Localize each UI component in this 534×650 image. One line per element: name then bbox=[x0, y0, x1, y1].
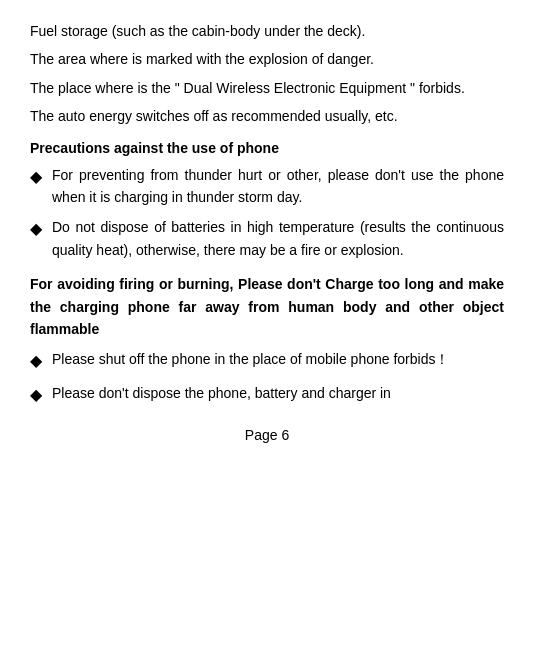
precaution-text-1: For preventing from thunder hurt or othe… bbox=[52, 164, 504, 209]
shutoff-text-2: Please don't dispose the phone, battery … bbox=[52, 382, 504, 404]
bullet-icon-2: ◆ bbox=[30, 216, 42, 242]
paragraph-3: The place where is the " Dual Wireless E… bbox=[30, 77, 504, 99]
paragraph-2: The area where is marked with the explos… bbox=[30, 48, 504, 70]
list-item: ◆ Please don't dispose the phone, batter… bbox=[30, 382, 504, 408]
list-item: ◆ For preventing from thunder hurt or ot… bbox=[30, 164, 504, 209]
shutoff-list: ◆ Please shut off the phone in the place… bbox=[30, 348, 504, 407]
shutoff-text-1: Please shut off the phone in the place o… bbox=[52, 348, 504, 370]
list-item: ◆ Do not dispose of batteries in high te… bbox=[30, 216, 504, 261]
paragraph-1: Fuel storage (such as the cabin-body und… bbox=[30, 20, 504, 42]
bullet-icon-1: ◆ bbox=[30, 164, 42, 190]
bullet-icon-4: ◆ bbox=[30, 382, 42, 408]
precautions-heading: Precautions against the use of phone bbox=[30, 140, 504, 156]
precaution-text-2: Do not dispose of batteries in high temp… bbox=[52, 216, 504, 261]
paragraph-4: The auto energy switches off as recommen… bbox=[30, 105, 504, 127]
page-footer: Page 6 bbox=[30, 427, 504, 443]
warning-bold-text: For avoiding firing or burning, Please d… bbox=[30, 273, 504, 340]
list-item: ◆ Please shut off the phone in the place… bbox=[30, 348, 504, 374]
bullet-icon-3: ◆ bbox=[30, 348, 42, 374]
precautions-list: ◆ For preventing from thunder hurt or ot… bbox=[30, 164, 504, 262]
document-content: Fuel storage (such as the cabin-body und… bbox=[30, 20, 504, 443]
